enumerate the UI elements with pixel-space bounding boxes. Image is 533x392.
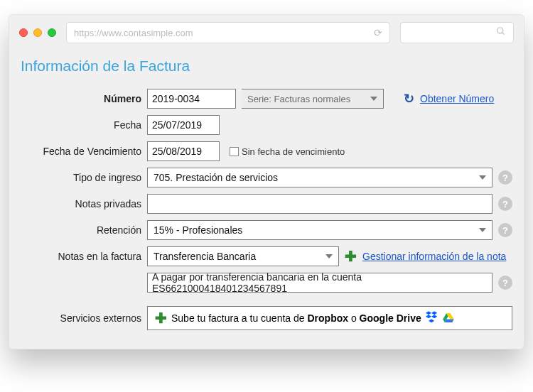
invoice-form: Número Serie: Facturas normales ↻ Obtene… xyxy=(21,89,512,330)
row-notas-privadas: Notas privadas ? xyxy=(21,194,512,214)
reload-icon[interactable]: ⟳ xyxy=(374,27,382,38)
nota-texto-value: A pagar por transferencia bancaria en la… xyxy=(152,271,488,294)
serie-select[interactable]: Serie: Facturas normales xyxy=(242,89,384,109)
browser-search[interactable] xyxy=(400,22,514,43)
dropbox-icon xyxy=(426,311,438,325)
servicios-externos-box[interactable]: ✚ Sube tu factura a tu cuenta de Dropbox… xyxy=(147,306,512,330)
label-fecha: Fecha xyxy=(21,119,141,131)
tipo-ingreso-value: 705. Prestación de servicios xyxy=(154,172,278,183)
row-tipo-ingreso: Tipo de ingreso 705. Prestación de servi… xyxy=(21,168,512,187)
notas-privadas-input[interactable] xyxy=(147,194,492,214)
label-vencimiento: Fecha de Vencimiento xyxy=(21,146,141,157)
serie-value: Serie: Facturas normales xyxy=(247,94,350,104)
titlebar: https://www.contasimple.com ⟳ xyxy=(9,15,524,50)
search-icon xyxy=(496,26,506,39)
plus-icon[interactable]: ✚ xyxy=(345,249,357,263)
row-vencimiento: Fecha de Vencimiento Sin fecha de vencim… xyxy=(21,141,512,161)
address-bar[interactable]: https://www.contasimple.com ⟳ xyxy=(66,22,390,43)
label-tipo-ingreso: Tipo de ingreso xyxy=(21,172,141,183)
chevron-down-icon xyxy=(325,254,333,258)
app-window: https://www.contasimple.com ⟳ Informació… xyxy=(9,14,524,349)
ext-prefix: Sube tu factura a tu cuenta de xyxy=(171,312,307,324)
row-servicios-externos: Servicios externos ✚ Sube tu factura a t… xyxy=(21,306,512,330)
content-area: Información de la Factura Número Serie: … xyxy=(9,50,524,349)
row-notas-factura: Notas en la factura Transferencia Bancar… xyxy=(21,246,512,266)
plus-icon: ✚ xyxy=(155,311,167,325)
tipo-ingreso-select[interactable]: 705. Prestación de servicios xyxy=(147,168,492,187)
vencimiento-input[interactable] xyxy=(147,141,220,161)
help-icon[interactable]: ? xyxy=(498,276,512,290)
minimize-icon[interactable] xyxy=(33,28,42,37)
label-servicios-externos: Servicios externos xyxy=(21,312,141,324)
nota-select[interactable]: Transferencia Bancaria xyxy=(147,246,339,266)
sin-fecha-wrap: Sin fecha de vencimiento xyxy=(230,146,345,157)
label-numero: Número xyxy=(21,93,141,104)
ext-or: o xyxy=(348,312,360,324)
label-retencion: Retención xyxy=(21,224,141,236)
sin-fecha-checkbox[interactable] xyxy=(230,147,239,156)
row-fecha: Fecha xyxy=(21,115,512,135)
nota-texto-box[interactable]: A pagar por transferencia bancaria en la… xyxy=(147,273,492,293)
row-numero: Número Serie: Facturas normales ↻ Obtene… xyxy=(21,89,512,109)
label-notas-factura: Notas en la factura xyxy=(21,251,141,262)
svg-line-1 xyxy=(502,33,505,35)
label-notas-privadas: Notas privadas xyxy=(21,198,141,209)
gestionar-nota-link[interactable]: Gestionar información de la nota xyxy=(362,251,506,262)
numero-input[interactable] xyxy=(147,89,236,109)
nota-select-value: Transferencia Bancaria xyxy=(154,251,256,262)
retencion-value: 15% - Profesionales xyxy=(154,224,242,236)
chevron-down-icon xyxy=(370,97,377,101)
ext-dropbox-label: Dropbox xyxy=(307,312,348,324)
close-icon[interactable] xyxy=(19,28,28,37)
row-nota-texto: A pagar por transferencia bancaria en la… xyxy=(21,273,512,293)
address-url: https://www.contasimple.com xyxy=(74,28,374,38)
help-icon[interactable]: ? xyxy=(498,197,512,211)
svg-point-0 xyxy=(497,28,503,33)
chevron-down-icon xyxy=(479,228,486,232)
google-drive-icon xyxy=(443,313,454,323)
help-icon[interactable]: ? xyxy=(498,223,512,237)
sin-fecha-label: Sin fecha de vencimiento xyxy=(242,146,345,157)
fecha-input[interactable] xyxy=(147,115,220,135)
help-icon[interactable]: ? xyxy=(498,170,512,185)
obtener-numero-link[interactable]: Obtener Número xyxy=(420,93,494,104)
maximize-icon[interactable] xyxy=(48,28,56,37)
retencion-select[interactable]: 15% - Profesionales xyxy=(147,220,492,240)
row-retencion: Retención 15% - Profesionales ? xyxy=(21,220,512,240)
refresh-number-icon[interactable]: ↻ xyxy=(404,91,414,107)
ext-gdrive-label: Google Drive xyxy=(360,312,421,324)
ext-text: Sube tu factura a tu cuenta de Dropbox o… xyxy=(171,312,421,324)
page-title: Información de la Factura xyxy=(21,58,512,75)
window-controls xyxy=(19,28,56,37)
chevron-down-icon xyxy=(479,175,486,180)
